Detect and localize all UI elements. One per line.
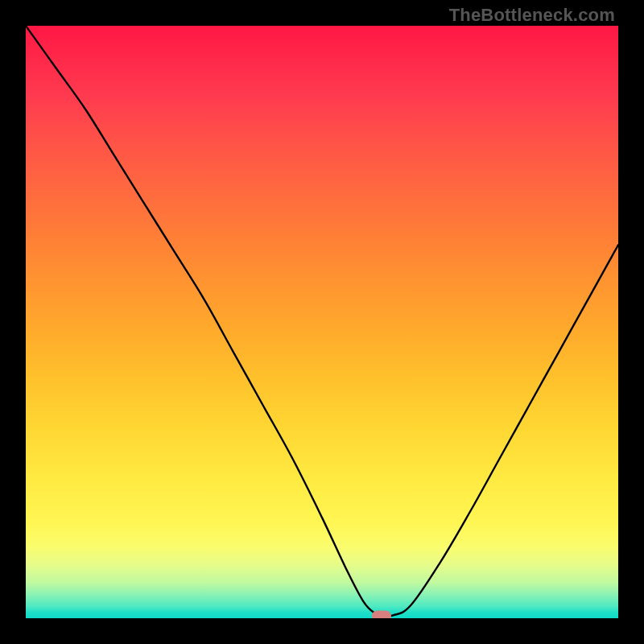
plot-area	[26, 26, 618, 618]
watermark-text: TheBottleneck.com	[449, 5, 615, 26]
bottleneck-curve	[26, 26, 618, 618]
optimum-marker	[372, 611, 391, 618]
chart-frame: TheBottleneck.com	[0, 0, 644, 644]
